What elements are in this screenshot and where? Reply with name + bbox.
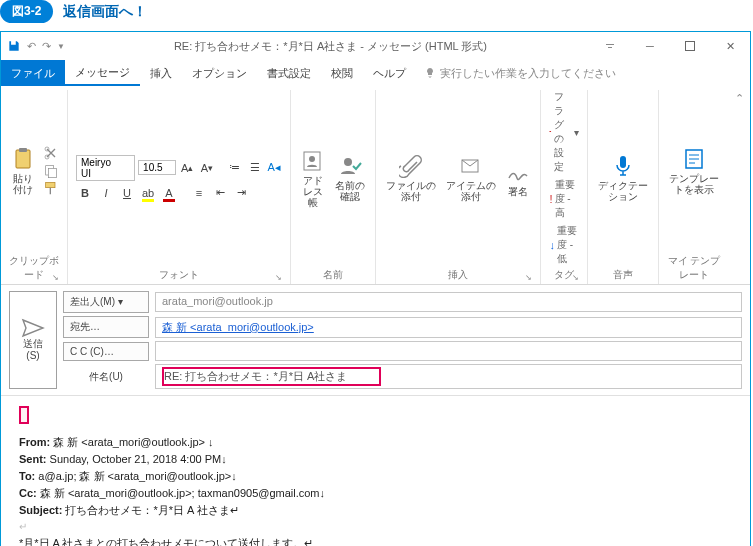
font-size-dropdown[interactable]: 10.5 xyxy=(138,160,176,175)
template-icon xyxy=(682,147,706,171)
to-field[interactable]: 森 新 <arata_mori@outlook.jp> xyxy=(155,317,742,338)
dialog-launcher-icon[interactable]: ↘ xyxy=(525,273,532,282)
cc-field[interactable] xyxy=(155,341,742,361)
svg-rect-0 xyxy=(686,42,695,51)
ribbon-collapse-button[interactable]: ⌃ xyxy=(729,90,750,284)
attach-item-icon xyxy=(459,154,483,178)
voice-group-label: 音声 xyxy=(596,266,650,284)
cc-button[interactable]: C C (C)… xyxy=(63,342,149,361)
group-clipboard: 貼り付け クリップボード↘ xyxy=(1,90,68,284)
send-label: 送信 (S) xyxy=(23,338,43,362)
signature-button[interactable]: 署名 xyxy=(504,158,532,199)
templates-button[interactable]: テンプレー トを表示 xyxy=(667,145,721,197)
dialog-launcher-icon[interactable]: ↘ xyxy=(275,273,282,282)
dictate-button[interactable]: ディクテー ション xyxy=(596,152,650,204)
svg-rect-6 xyxy=(48,168,56,177)
attach-file-label: ファイルの 添付 xyxy=(386,180,436,202)
save-icon[interactable] xyxy=(7,39,21,53)
numbering-icon[interactable]: ☰ xyxy=(246,159,263,177)
outdent-icon[interactable]: ⇤ xyxy=(211,184,229,202)
check-names-button[interactable]: 名前の 確認 xyxy=(333,152,367,204)
maximize-button[interactable] xyxy=(670,32,710,60)
importance-high-button[interactable]: ! 重要度 - 高 xyxy=(549,178,579,220)
dialog-launcher-icon[interactable]: ↘ xyxy=(52,273,59,282)
tab-message[interactable]: メッセージ xyxy=(65,60,140,86)
tab-format[interactable]: 書式設定 xyxy=(257,60,321,86)
outlook-window: ↶ ↷ ▼ RE: 打ち合わせメモ：*月*日 A社さま - メッセージ (HTM… xyxy=(0,31,751,546)
address-book-button[interactable]: アドレス帳 xyxy=(299,147,327,210)
to-button[interactable]: 宛先… xyxy=(63,316,149,338)
ribbon-tabs: ファイル メッセージ 挿入 オプション 書式設定 校閲 ヘルプ 実行したい作業を… xyxy=(1,60,750,86)
tab-options[interactable]: オプション xyxy=(182,60,257,86)
svg-rect-7 xyxy=(46,182,55,187)
decrease-font-icon[interactable]: A▾ xyxy=(199,159,216,177)
attach-item-button[interactable]: アイテムの 添付 xyxy=(444,152,498,204)
font-name-dropdown[interactable]: Meiryo UI xyxy=(76,155,135,181)
ribbon-collapse-icon[interactable] xyxy=(590,32,630,60)
group-include: ファイルの 添付 アイテムの 添付 署名 挿入↘ xyxy=(376,90,541,284)
clipboard-icon xyxy=(11,147,35,171)
figure-title: 返信画面へ！ xyxy=(63,3,147,21)
tell-me-placeholder: 実行したい作業を入力してください xyxy=(440,66,616,81)
importance-low-button[interactable]: ↓ 重要度 - 低 xyxy=(549,224,579,266)
attach-file-button[interactable]: ファイルの 添付 xyxy=(384,152,438,204)
svg-rect-12 xyxy=(620,156,626,168)
tab-help[interactable]: ヘルプ xyxy=(363,60,416,86)
flag-button[interactable]: フラグの設定 ▾ xyxy=(549,90,579,174)
include-group-label: 挿入 xyxy=(448,269,468,280)
qat-dropdown-icon[interactable]: ▼ xyxy=(57,42,65,51)
window-controls: ─ ✕ xyxy=(590,32,750,60)
tab-review[interactable]: 校閲 xyxy=(321,60,363,86)
indent-icon[interactable]: ⇥ xyxy=(232,184,250,202)
tab-insert[interactable]: 挿入 xyxy=(140,60,182,86)
font-group-label: フォント xyxy=(159,269,199,280)
attach-item-label: アイテムの 添付 xyxy=(446,180,496,202)
tell-me-search[interactable]: 実行したい作業を入力してください xyxy=(424,66,616,81)
paste-button[interactable]: 貼り付け xyxy=(9,145,37,197)
minimize-button[interactable]: ─ xyxy=(630,32,670,60)
highlight-color-icon[interactable]: ab xyxy=(139,184,157,202)
close-button[interactable]: ✕ xyxy=(710,32,750,60)
ribbon: 貼り付け クリップボード↘ Meiryo UI 10.5 A▴ A▾ xyxy=(1,86,750,285)
titlebar: ↶ ↷ ▼ RE: 打ち合わせメモ：*月*日 A社さま - メッセージ (HTM… xyxy=(1,32,750,60)
to-recipient[interactable]: 森 新 <arata_mori@outlook.jp> xyxy=(162,321,314,333)
align-icon[interactable]: ≡ xyxy=(190,184,208,202)
message-header: 送信 (S) 差出人(M) ▾ arata_mori@outlook.jp 宛先… xyxy=(1,285,750,396)
from-button[interactable]: 差出人(M) ▾ xyxy=(63,291,149,313)
underline-button[interactable]: U xyxy=(118,184,136,202)
tab-file[interactable]: ファイル xyxy=(1,60,65,86)
cut-icon[interactable] xyxy=(43,145,59,161)
lightbulb-icon xyxy=(424,67,436,79)
bullets-icon[interactable]: ≔ xyxy=(227,159,244,177)
font-color-icon[interactable]: A xyxy=(160,184,178,202)
increase-font-icon[interactable]: A▴ xyxy=(179,159,196,177)
template-group-label: マイ テンプレート xyxy=(667,252,721,284)
check-names-icon xyxy=(338,154,362,178)
subject-field[interactable]: RE: 打ち合わせメモ：*月*日 A社さま xyxy=(155,364,742,389)
message-body[interactable]: From: 森 新 <arata_mori@outlook.jp> ↓ Sent… xyxy=(1,396,750,546)
templates-label: テンプレー トを表示 xyxy=(669,173,719,195)
group-font: Meiryo UI 10.5 A▴ A▾ ≔ ☰ A◂ B I U ab xyxy=(68,90,291,284)
subject-highlight: RE: 打ち合わせメモ：*月*日 A社さま xyxy=(162,367,381,386)
format-painter-icon[interactable] xyxy=(43,181,59,197)
address-book-icon xyxy=(301,149,325,173)
italic-button[interactable]: I xyxy=(97,184,115,202)
bold-button[interactable]: B xyxy=(76,184,94,202)
qat-redo-icon[interactable]: ↷ xyxy=(42,40,51,53)
align-left-icon[interactable]: A◂ xyxy=(266,159,283,177)
from-field: arata_mori@outlook.jp xyxy=(155,292,742,312)
copy-icon[interactable] xyxy=(43,163,59,179)
svg-point-10 xyxy=(344,158,352,166)
figure-badge: 図3-2 xyxy=(0,0,53,23)
signature-label: 署名 xyxy=(508,186,528,197)
dialog-launcher-icon[interactable]: ↘ xyxy=(572,273,579,282)
group-tags: フラグの設定 ▾ ! 重要度 - 高 ↓ 重要度 - 低 タグ↘ xyxy=(541,90,588,284)
qat-undo-icon[interactable]: ↶ xyxy=(27,40,36,53)
address-book-label: アドレス帳 xyxy=(301,175,325,208)
svg-rect-2 xyxy=(19,148,27,152)
group-template: テンプレー トを表示 マイ テンプレート xyxy=(659,90,729,284)
svg-rect-1 xyxy=(16,150,30,168)
send-button[interactable]: 送信 (S) xyxy=(9,291,57,389)
check-names-label: 名前の 確認 xyxy=(335,180,365,202)
flag-icon xyxy=(549,127,552,137)
